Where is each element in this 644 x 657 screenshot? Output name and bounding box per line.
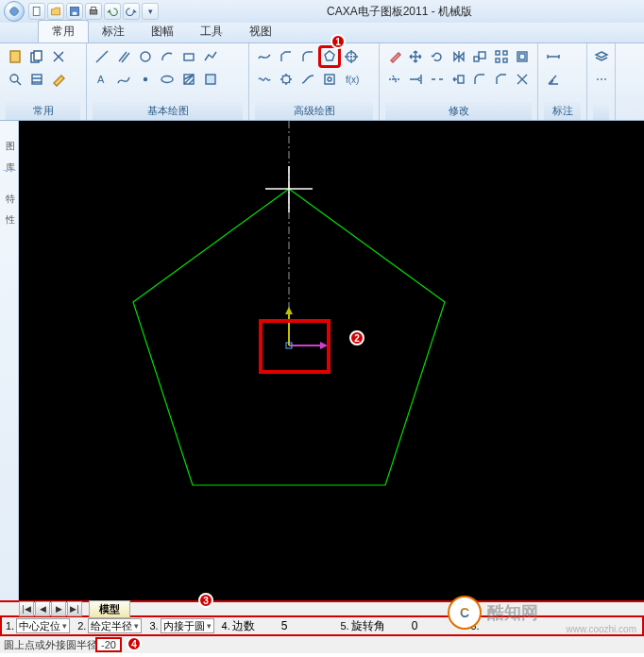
extend-icon[interactable] (407, 70, 426, 89)
dim-angle-icon[interactable] (544, 70, 563, 89)
svg-rect-4 (92, 8, 96, 10)
drawing-canvas[interactable]: 2 (19, 121, 644, 600)
svg-point-20 (328, 77, 331, 81)
spline-icon[interactable] (114, 70, 133, 89)
svg-text:f(x): f(x) (346, 75, 359, 85)
fillet2-icon[interactable] (470, 70, 489, 89)
group-draw: A 基本绘图 (87, 43, 249, 120)
command-input[interactable]: -20 (97, 639, 120, 650)
spline2-icon[interactable] (255, 47, 274, 66)
app-icon[interactable] (4, 1, 25, 22)
param-4[interactable]: 4. 边数 5 (218, 618, 292, 634)
arc-icon[interactable] (158, 47, 177, 66)
rotate-icon[interactable] (428, 47, 447, 66)
hole-icon[interactable] (320, 70, 339, 89)
nav-prev-icon[interactable]: ◀ (35, 601, 50, 616)
command-line[interactable]: 圆上点或外接圆半径 -20 4 (0, 636, 644, 653)
param-2-dropdown[interactable]: 给定半径 (88, 618, 142, 633)
svg-marker-36 (320, 342, 328, 349)
wave-icon[interactable] (255, 70, 274, 89)
circle-icon[interactable] (136, 47, 155, 66)
fillet-icon[interactable] (298, 47, 317, 66)
qat-open-icon[interactable] (47, 3, 64, 20)
text-icon[interactable]: A (93, 70, 111, 89)
erase-icon[interactable] (385, 47, 404, 66)
svg-rect-19 (325, 75, 334, 84)
param-5[interactable]: 5. 旋转角 0 (336, 618, 421, 634)
tab-sheet[interactable]: 图幅 (138, 21, 187, 42)
rect-icon[interactable] (179, 47, 198, 66)
trim-icon[interactable] (385, 70, 404, 89)
palette-btn-2[interactable]: 库 (2, 145, 17, 164)
param-4-value: 5 (281, 619, 288, 632)
parameter-bar: 1. 中心定位 2. 给定半径 3. 内接于圆 4. 边数 5 5. 旋转角 0… (0, 617, 644, 636)
svg-rect-16 (206, 75, 215, 84)
qat-save-icon[interactable] (66, 3, 83, 20)
hatch-icon[interactable] (179, 70, 198, 89)
qat-new-icon[interactable] (28, 3, 45, 20)
formula-icon[interactable]: f(x) (342, 70, 361, 89)
title-bar: ▾ CAXA电子图板2011 - 机械版 (0, 0, 644, 23)
centerline-icon[interactable] (342, 47, 361, 66)
parallel-icon[interactable] (114, 47, 133, 66)
svg-point-10 (141, 52, 150, 61)
param-3[interactable]: 3. 内接于圆 (145, 618, 217, 633)
tab-view[interactable]: 视图 (236, 21, 285, 42)
block-icon[interactable] (201, 70, 220, 89)
palette-btn-3[interactable]: 特 (2, 177, 17, 195)
curve-icon[interactable] (298, 70, 317, 89)
ellipse-icon[interactable] (158, 70, 177, 89)
annotation-badge-1: 1 (330, 34, 346, 49)
param-6[interactable]: 6. (466, 620, 483, 632)
tab-annotate[interactable]: 标注 (89, 21, 138, 42)
explode-icon[interactable] (513, 70, 532, 89)
break-icon[interactable] (428, 70, 447, 89)
array-icon[interactable] (492, 47, 511, 66)
cut-icon[interactable] (49, 47, 68, 66)
param-1-dropdown[interactable]: 中心定位 (16, 618, 70, 633)
move-icon[interactable] (407, 47, 426, 66)
polygon-button[interactable] (320, 47, 339, 66)
polyline-icon[interactable] (201, 47, 220, 66)
offset-icon[interactable] (513, 47, 532, 66)
gear-icon[interactable] (277, 70, 296, 89)
svg-rect-5 (10, 51, 20, 62)
properties-icon[interactable] (27, 70, 46, 89)
more-tools-icon[interactable]: ⋯ (593, 70, 609, 89)
palette-btn-1[interactable]: 图 (2, 125, 17, 143)
svg-rect-30 (458, 76, 464, 83)
paste-icon[interactable] (6, 47, 25, 66)
nav-first-icon[interactable]: |◀ (19, 601, 34, 616)
svg-rect-29 (519, 54, 525, 59)
line-icon[interactable] (93, 47, 111, 66)
canvas-area: 图 库 特 性 2 (0, 121, 644, 600)
qat-undo-icon[interactable] (104, 3, 121, 20)
group-ann: 标注 (538, 43, 587, 120)
nav-next-icon[interactable]: ▶ (51, 601, 66, 616)
svg-rect-0 (33, 8, 40, 16)
scale-icon[interactable] (470, 47, 489, 66)
qat-print-icon[interactable] (85, 3, 102, 20)
copy-icon[interactable] (27, 47, 46, 66)
group-label-ann: 标注 (544, 102, 581, 120)
chamfer2-icon[interactable] (492, 70, 511, 89)
model-tab[interactable]: 模型 (89, 600, 130, 618)
palette-btn-4[interactable]: 性 (2, 197, 17, 216)
match-icon[interactable] (49, 70, 68, 89)
stretch-icon[interactable] (449, 70, 468, 89)
param-1[interactable]: 1. 中心定位 (2, 618, 74, 633)
point-icon[interactable] (136, 70, 155, 89)
mirror-icon[interactable] (449, 47, 468, 66)
chamfer-icon[interactable] (277, 47, 296, 66)
tab-common[interactable]: 常用 (38, 20, 89, 42)
qat-more-icon[interactable]: ▾ (142, 3, 159, 20)
dim-linear-icon[interactable] (544, 47, 563, 66)
tab-tools[interactable]: 工具 (187, 21, 236, 42)
param-2[interactable]: 2. 给定半径 (74, 618, 145, 633)
qat-redo-icon[interactable] (123, 3, 140, 20)
nav-last-icon[interactable]: ▶| (67, 601, 82, 616)
find-icon[interactable] (6, 70, 25, 89)
svg-rect-11 (184, 54, 194, 60)
layers-icon[interactable] (593, 47, 610, 66)
param-3-dropdown[interactable]: 内接于圆 (161, 618, 214, 633)
